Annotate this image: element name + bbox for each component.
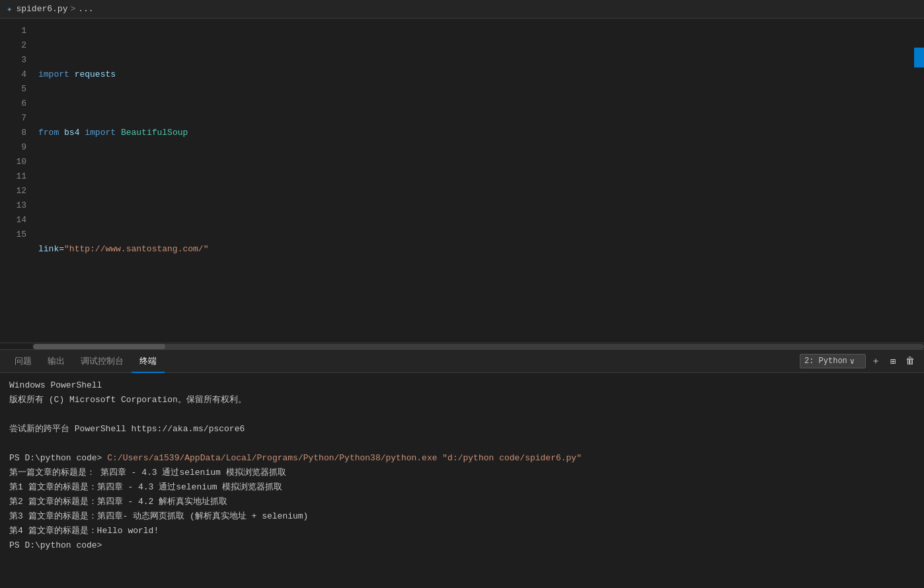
code-container: 1 2 3 4 5 6 7 8 9 10 11 12 13 14 15 impo… (0, 19, 924, 343)
op (79, 126, 85, 140)
tab-debug-console[interactable]: 调试控制台 (73, 350, 132, 373)
terminal-cmd-python: C:/Users/a1539/AppData/Local/Programs/Py… (107, 453, 437, 463)
var-bs4: bs4 (64, 126, 79, 140)
tab-output[interactable]: 输出 (40, 350, 73, 373)
terminal-line-1: Windows PowerShell (9, 378, 915, 393)
terminal-line-4: 尝试新的跨平台 PowerShell https://aka.ms/pscore… (9, 422, 915, 437)
var-link: link (38, 242, 59, 257)
minimap-highlight (914, 48, 924, 67)
line-numbers: 1 2 3 4 5 6 7 8 9 10 11 12 13 14 15 (0, 19, 33, 343)
line-num-15: 15 (0, 228, 26, 242)
code-line-3 (38, 184, 924, 198)
line-num-9: 9 (0, 140, 26, 155)
code-line-2: from bs4 import BeautifulSoup (38, 126, 924, 140)
horizontal-scrollbar[interactable] (0, 343, 924, 349)
code-line-1: import requests (38, 67, 924, 82)
line-num-3: 3 (0, 53, 26, 67)
terminal-line-2: 版权所有 (C) Microsoft Corporation。保留所有权利。 (9, 393, 915, 407)
terminal-output-3: 第2 篇文章的标题是：第四章 - 4.2 解析真实地址抓取 (9, 495, 915, 509)
op: = (59, 242, 64, 257)
editor-area: 1 2 3 4 5 6 7 8 9 10 11 12 13 14 15 impo… (0, 19, 924, 343)
terminal-output-1: 第一篇文章的标题是： 第四章 - 4.3 通过selenium 模拟浏览器抓取 (9, 466, 915, 480)
line-num-1: 1 (0, 24, 26, 38)
terminal-prompt-1: PS D:\python code> (9, 453, 107, 463)
kw-import2: import (85, 126, 116, 140)
line-num-4: 4 (0, 67, 26, 82)
line-num-7: 7 (0, 111, 26, 126)
op (69, 67, 75, 82)
code-line-4: link="http://www.santostang.com/" (38, 242, 924, 257)
panel-controls: 2: Python ∨ ＋ ⊞ 🗑 (800, 354, 917, 368)
code-line-5 (38, 300, 924, 315)
cls-beautifulsoup: BeautifulSoup (121, 126, 188, 140)
line-num-11: 11 (0, 169, 26, 184)
str-url: "http://www.santostang.com/" (64, 242, 208, 257)
op (116, 126, 121, 140)
terminal-output-4: 第3 篇文章的标题是：第四章- 动态网页抓取 (解析真实地址 + seleniu… (9, 509, 915, 524)
terminal-line-3 (9, 407, 915, 422)
top-bar: ✦ spider6.py > ... (0, 0, 924, 19)
scrollbar-track (33, 344, 924, 349)
breadcrumb-sep: > (70, 4, 75, 14)
delete-terminal-button[interactable]: 🗑 (903, 354, 917, 368)
line-num-14: 14 (0, 213, 26, 228)
tab-output-label: 输出 (48, 355, 65, 367)
line-num-10: 10 (0, 155, 26, 169)
panel-area: 问题 输出 调试控制台 终端 2: Python ∨ ＋ ⊞ 🗑 Windows… (0, 349, 924, 588)
tab-debug-label: 调试控制台 (81, 355, 124, 367)
var-requests: requests (75, 67, 116, 82)
file-icon: ✦ (7, 3, 12, 15)
line-num-8: 8 (0, 126, 26, 140)
terminal-cmd-arg: "d:/python code/spider6.py" (438, 453, 582, 463)
line-num-12: 12 (0, 184, 26, 198)
terminal-dropdown[interactable]: 2: Python ∨ (800, 354, 866, 368)
add-terminal-button[interactable]: ＋ (868, 354, 883, 368)
kw-import: import (38, 67, 69, 82)
terminal-output-5: 第4 篇文章的标题是：Hello world! (9, 524, 915, 538)
line-num-13: 13 (0, 198, 26, 213)
breadcrumb-more: ... (78, 4, 93, 14)
terminal-body[interactable]: Windows PowerShell 版权所有 (C) Microsoft Co… (0, 373, 924, 588)
panel-tabs: 问题 输出 调试控制台 终端 2: Python ∨ ＋ ⊞ 🗑 (0, 350, 924, 373)
breadcrumb-filename: spider6.py (16, 4, 67, 14)
tab-problems[interactable]: 问题 (7, 350, 40, 373)
scrollbar-thumb[interactable] (33, 344, 165, 349)
terminal-line-5 (9, 437, 915, 451)
kw-from: from (38, 126, 59, 140)
split-terminal-button[interactable]: ⊞ (886, 354, 900, 368)
terminal-prompt-final: PS D:\python code> (9, 538, 915, 553)
chevron-down-icon: ∨ (850, 357, 855, 366)
terminal-dropdown-label: 2: Python (804, 357, 847, 366)
line-num-6: 6 (0, 97, 26, 111)
tab-terminal-label: 终端 (139, 355, 157, 367)
code-editor[interactable]: import requests from bs4 import Beautifu… (33, 19, 924, 343)
op (59, 126, 64, 140)
terminal-output-2: 第1 篇文章的标题是：第四章 - 4.3 通过selenium 模拟浏览器抓取 (9, 480, 915, 495)
line-num-2: 2 (0, 38, 26, 53)
line-num-5: 5 (0, 82, 26, 97)
terminal-cmd-line: PS D:\python code> C:/Users/a1539/AppDat… (9, 451, 915, 466)
tab-problems-label: 问题 (15, 355, 32, 367)
tab-terminal[interactable]: 终端 (132, 350, 165, 373)
